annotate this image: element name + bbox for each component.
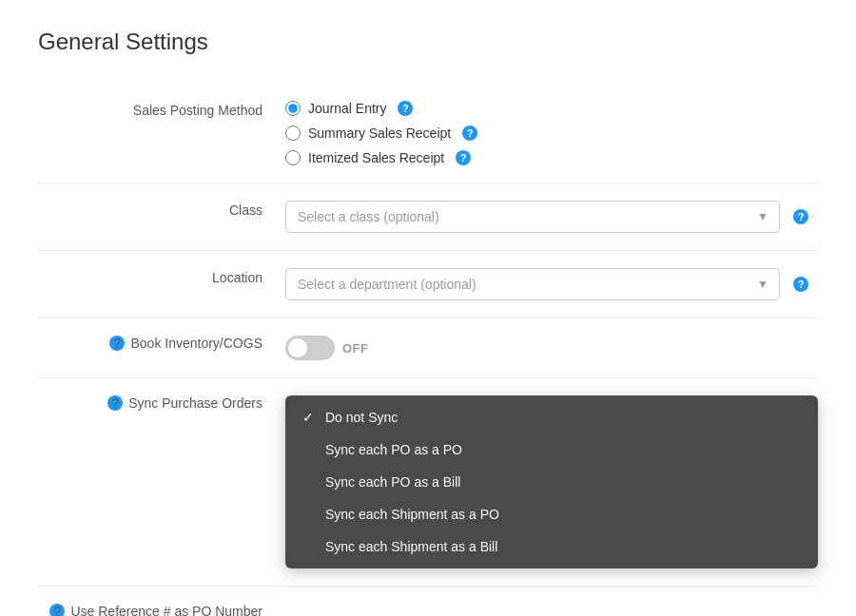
dropdown-item-do-not-sync[interactable]: ✓ Do not Sync bbox=[285, 401, 818, 433]
book-inventory-label-wrapper: ? Book Inventory/COGS bbox=[38, 336, 285, 351]
class-select-wrapper: Select a class (optional) ▼ bbox=[285, 201, 780, 233]
dropdown-item-sync-shipment-as-bill[interactable]: Sync each Shipment as a Bill bbox=[285, 530, 818, 563]
radio-itemized-sales-receipt[interactable]: Itemized Sales Receipt ? bbox=[285, 150, 818, 165]
radio-summary-input[interactable] bbox=[285, 125, 301, 141]
book-inventory-row: ? Book Inventory/COGS OFF bbox=[38, 318, 818, 378]
location-row-with-help: Select a department (optional) ▼ ? bbox=[285, 268, 818, 300]
page-title: General Settings bbox=[38, 29, 818, 55]
sync-purchase-orders-label: Sync Purchase Orders bbox=[128, 395, 263, 411]
dropdown-item-sync-shipment-as-bill-label: Sync each Shipment as a Bill bbox=[325, 539, 497, 554]
sync-purchase-orders-help-icon[interactable]: ? bbox=[107, 395, 123, 411]
use-reference-row: ? Use Reference # as PO Number bbox=[38, 587, 818, 616]
location-select[interactable]: Select a department (optional) bbox=[285, 268, 780, 300]
sales-posting-method-row: Sales Posting Method Journal Entry ? Sum… bbox=[38, 84, 818, 183]
book-inventory-label: Book Inventory/COGS bbox=[130, 336, 263, 351]
journal-entry-help-icon[interactable]: ? bbox=[398, 101, 413, 116]
book-inventory-toggle-label: OFF bbox=[342, 341, 369, 356]
dropdown-item-sync-po-as-bill[interactable]: Sync each PO as a Bill bbox=[285, 466, 818, 498]
use-reference-help-icon[interactable]: ? bbox=[49, 604, 65, 616]
use-reference-label-wrapper: ? Use Reference # as PO Number bbox=[38, 604, 285, 616]
book-inventory-help-icon[interactable]: ? bbox=[109, 336, 125, 351]
sync-purchase-orders-dropdown: ✓ Do not Sync Sync each PO as a PO Sync … bbox=[285, 395, 818, 568]
summary-sales-help-icon[interactable]: ? bbox=[462, 125, 477, 141]
book-inventory-toggle-wrapper: OFF bbox=[285, 336, 818, 360]
location-control: Select a department (optional) ▼ ? bbox=[285, 268, 818, 300]
class-row-with-help: Select a class (optional) ▼ ? bbox=[285, 201, 818, 233]
dropdown-item-do-not-sync-label: Do not Sync bbox=[325, 410, 398, 425]
radio-itemized-label: Itemized Sales Receipt bbox=[308, 150, 444, 165]
dropdown-item-sync-po-as-bill-label: Sync each PO as a Bill bbox=[325, 474, 460, 490]
checkmark-icon: ✓ bbox=[302, 410, 318, 425]
book-inventory-toggle[interactable] bbox=[285, 336, 335, 360]
radio-journal-entry-label: Journal Entry bbox=[308, 101, 386, 116]
sync-purchase-orders-dropdown-container: ✓ Do not Sync Sync each PO as a PO Sync … bbox=[285, 395, 818, 568]
location-select-wrapper: Select a department (optional) ▼ bbox=[285, 268, 780, 300]
radio-journal-entry-input[interactable] bbox=[285, 101, 301, 116]
sync-purchase-orders-row: ? Sync Purchase Orders ✓ Do not Sync Syn… bbox=[38, 378, 818, 587]
location-row: Location Select a department (optional) … bbox=[38, 251, 818, 318]
class-control: Select a class (optional) ▼ ? bbox=[285, 201, 818, 233]
dropdown-item-sync-shipment-as-po-label: Sync each Shipment as a PO bbox=[325, 507, 499, 522]
class-help-icon[interactable]: ? bbox=[793, 209, 808, 224]
itemized-sales-help-icon[interactable]: ? bbox=[456, 150, 471, 165]
sync-purchase-orders-control: ✓ Do not Sync Sync each PO as a PO Sync … bbox=[285, 395, 818, 568]
radio-summary-label: Summary Sales Receipt bbox=[308, 125, 451, 141]
radio-itemized-input[interactable] bbox=[285, 150, 301, 165]
radio-group: Journal Entry ? Summary Sales Receipt ? … bbox=[285, 101, 818, 165]
sales-posting-method-label: Sales Posting Method bbox=[38, 101, 285, 118]
dropdown-item-sync-shipment-as-po[interactable]: Sync each Shipment as a PO bbox=[285, 498, 818, 530]
location-label: Location bbox=[38, 268, 285, 285]
use-reference-label: Use Reference # as PO Number bbox=[70, 604, 263, 616]
class-select[interactable]: Select a class (optional) bbox=[285, 201, 780, 233]
class-row: Class Select a class (optional) ▼ ? bbox=[38, 183, 818, 251]
book-inventory-control: OFF bbox=[285, 336, 818, 360]
radio-summary-sales-receipt[interactable]: Summary Sales Receipt ? bbox=[285, 125, 818, 141]
location-help-icon[interactable]: ? bbox=[793, 277, 808, 292]
settings-form: Sales Posting Method Journal Entry ? Sum… bbox=[38, 84, 818, 616]
sales-posting-method-control: Journal Entry ? Summary Sales Receipt ? … bbox=[285, 101, 818, 165]
class-label: Class bbox=[38, 201, 285, 218]
sync-purchase-orders-label-wrapper: ? Sync Purchase Orders bbox=[38, 395, 285, 411]
dropdown-item-sync-po-as-po-label: Sync each PO as a PO bbox=[325, 442, 462, 457]
book-inventory-slider bbox=[285, 336, 335, 360]
page-container: General Settings Sales Posting Method Jo… bbox=[0, 0, 856, 616]
radio-journal-entry[interactable]: Journal Entry ? bbox=[285, 101, 818, 116]
dropdown-item-sync-po-as-po[interactable]: Sync each PO as a PO bbox=[285, 433, 818, 466]
